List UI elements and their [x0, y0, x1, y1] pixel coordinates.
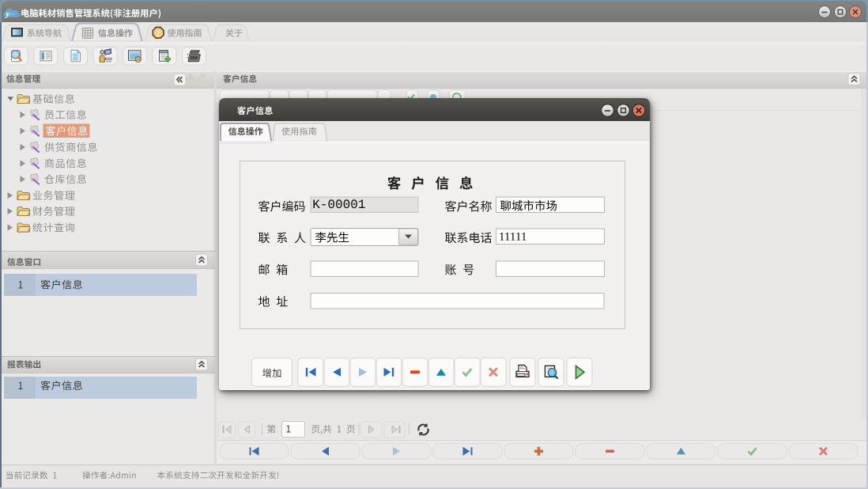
svg-text:y: y: [4, 9, 9, 18]
svg-text:?: ?: [157, 29, 160, 38]
